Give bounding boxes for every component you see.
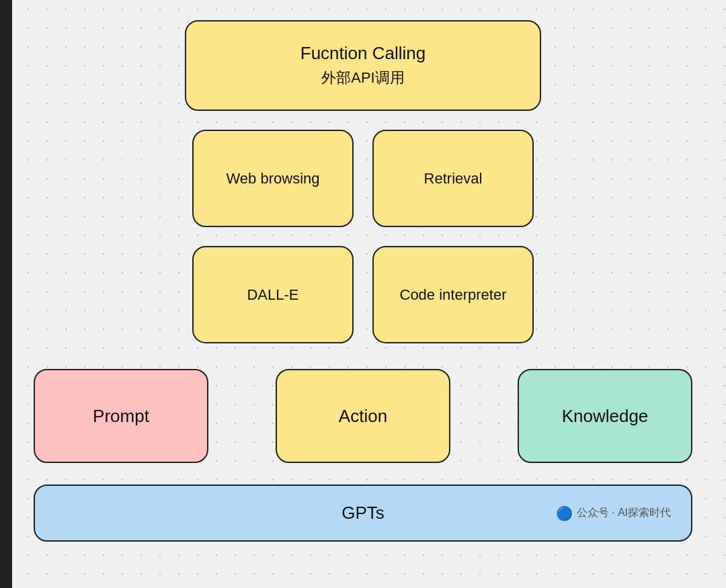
code-interpreter-box: Code interpreter <box>372 246 534 343</box>
web-browsing-label: Web browsing <box>227 170 320 187</box>
wechat-watermark: 🔵 公众号 · AI探索时代 <box>556 505 671 521</box>
retrieval-box: Retrieval <box>372 130 534 227</box>
knowledge-box: Knowledge <box>518 369 692 463</box>
row-web-retrieval: Web browsing Retrieval <box>192 130 534 227</box>
row-prompt-action-knowledge: Prompt Action Knowledge <box>34 369 692 463</box>
action-label: Action <box>339 406 387 427</box>
dalle-box: DALL-E <box>192 246 354 343</box>
row-dalle-code: DALL-E Code interpreter <box>192 246 534 343</box>
gpts-bar: GPTs 🔵 公众号 · AI探索时代 <box>34 485 692 542</box>
function-calling-subtitle: 外部API调用 <box>213 68 513 88</box>
function-calling-box: Fucntion Calling 外部API调用 <box>185 20 541 111</box>
function-calling-title: Fucntion Calling <box>213 43 513 64</box>
knowledge-label: Knowledge <box>562 406 649 427</box>
retrieval-label: Retrieval <box>424 170 483 187</box>
watermark-text: 公众号 · AI探索时代 <box>577 506 671 520</box>
action-box: Action <box>276 369 450 463</box>
prompt-label: Prompt <box>93 406 149 427</box>
main-container: Fucntion Calling 外部API调用 Web browsing Re… <box>0 0 726 588</box>
prompt-box: Prompt <box>34 369 208 463</box>
web-browsing-box: Web browsing <box>192 130 354 227</box>
code-interpreter-label: Code interpreter <box>400 286 507 304</box>
gpts-label: GPTs <box>341 503 385 523</box>
left-bar <box>0 0 12 588</box>
wechat-icon: 🔵 <box>556 505 573 521</box>
dalle-label: DALL-E <box>247 286 298 304</box>
